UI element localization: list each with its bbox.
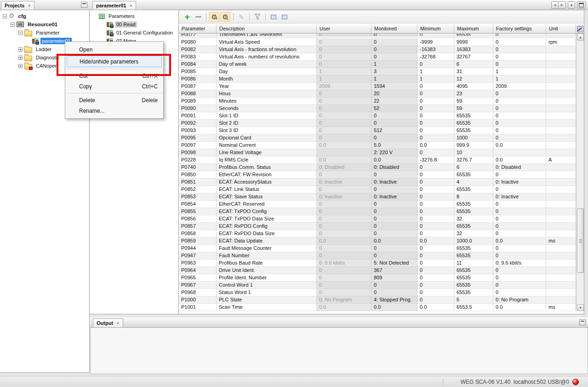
table-row[interactable]: P0088Hous0200230 [179, 90, 576, 98]
table-row[interactable]: P0092Slot 2 ID000655350 [179, 120, 576, 127]
tab-parameter01[interactable]: parameter01 ✕ [92, 1, 136, 10]
cell-monitored[interactable]: 367 [371, 267, 417, 274]
column-header-parameter[interactable]: Parameter [179, 24, 217, 33]
cell-monitored[interactable]: 0 [371, 252, 417, 260]
cell-monitored[interactable]: 4: Stopped Prog. [371, 296, 417, 304]
close-icon[interactable]: ✕ [129, 4, 132, 8]
cell-monitored[interactable]: 0 [371, 39, 417, 46]
table-row[interactable]: P0858ECAT: RxPDO Data Size000320 [179, 230, 576, 237]
table-row[interactable]: P0947Fault Number000655350 [179, 252, 576, 260]
table-row[interactable]: P0857ECAT: RxPDO Config000655350 [179, 223, 576, 230]
cell-user[interactable]: 0.0 [317, 156, 371, 164]
table-row[interactable]: P0850EtherCAT: FW Revision000655350 [179, 171, 576, 179]
table-row[interactable]: P0855ECAT: TxPDO Config000655350 [179, 208, 576, 215]
cell-user[interactable]: 0: Inactive [317, 179, 371, 186]
cell-monitored[interactable]: 0 [371, 53, 417, 61]
menu-item-rename[interactable]: Rename... [65, 105, 163, 116]
cell-user[interactable]: 0 [317, 39, 371, 46]
expander-minus-icon[interactable]: − [11, 23, 15, 27]
tree-item-parameter[interactable]: −Parameter [0, 29, 89, 37]
table-row[interactable]: P0964Drive Unit Ident.03670655350 [179, 267, 576, 274]
cell-monitored[interactable]: 0 [371, 120, 417, 127]
close-icon[interactable]: ✕ [116, 321, 120, 325]
cell-user[interactable]: 0: 9.6 kbit/s [317, 260, 371, 267]
cell-monitored[interactable]: 0 [371, 171, 417, 179]
table-row[interactable]: P1000PLC State0: No Program4: Stopped Pr… [179, 296, 576, 304]
cell-monitored[interactable]: 52 [371, 105, 417, 112]
cell-user[interactable]: 0 [317, 120, 371, 127]
menu-item-delete[interactable]: DeleteDelete [65, 95, 163, 105]
cell-monitored[interactable]: 5.0 [371, 142, 417, 149]
column-header-unit[interactable]: Unit [546, 24, 576, 33]
table-row[interactable]: P0095Opcional Card00010000 [179, 134, 576, 142]
cell-monitored[interactable]: 1 [371, 75, 417, 83]
menu-item-open[interactable]: Open [65, 44, 163, 55]
cell-user[interactable]: 0 [317, 245, 371, 252]
cell-monitored[interactable]: 0.0 [371, 156, 417, 164]
customize-columns-button[interactable] [576, 24, 584, 34]
filter-parameters-button[interactable] [252, 12, 263, 22]
cell-monitored[interactable]: 0 [371, 223, 417, 230]
column-header-monitored[interactable]: Monitored [371, 24, 417, 33]
close-icon[interactable]: ✕ [28, 4, 31, 8]
cell-user[interactable]: 0 [317, 230, 371, 237]
expander-minus-icon[interactable]: − [3, 14, 7, 18]
table-row[interactable]: P0098Line Rated Voltage2: 220 V010 [179, 149, 576, 156]
nav-forward-button[interactable]: ▶ [559, 1, 566, 9]
cell-monitored[interactable]: 0 [371, 112, 417, 120]
cell-user[interactable]: 0: Disabled [317, 164, 371, 171]
scrollbar-thumb[interactable] [577, 208, 584, 273]
cell-user[interactable]: 0.0 [317, 304, 371, 311]
cell-user[interactable]: 0 [317, 134, 371, 142]
column-header-minimum[interactable]: Minimum [417, 24, 454, 33]
tab-projects[interactable]: Projects ✕ [1, 1, 34, 10]
table-row[interactable]: P0963Profibus Baud Rate0: 9.6 kbit/s5: N… [179, 260, 576, 267]
table-row[interactable]: P0089Minutes0220590 [179, 98, 576, 105]
cell-user[interactable]: 0 [317, 46, 371, 53]
cell-user[interactable]: 0 [317, 215, 371, 223]
maximize-button[interactable] [577, 1, 586, 9]
cell-user[interactable]: 0 [317, 105, 371, 112]
cell-monitored[interactable]: 0 [371, 230, 417, 237]
cell-user[interactable]: 1 [317, 68, 371, 75]
scroll-down-button[interactable]: ▼ [577, 304, 584, 311]
cell-user[interactable]: 0: No Program [317, 296, 371, 304]
table-row[interactable]: P0965Profile Ident. Number08090655350 [179, 274, 576, 282]
table-row[interactable]: P0944Fault Message Counter000655350 [179, 245, 576, 252]
cell-monitored[interactable]: 512 [371, 127, 417, 134]
cell-monitored[interactable]: 0: Inactive [371, 179, 417, 186]
read-parameters-device-button[interactable]: ⚙▼ [209, 12, 219, 22]
cell-user[interactable]: 0 [317, 53, 371, 61]
table-row[interactable]: P0072Transmitted CAN Telegrams000655350 [179, 34, 576, 39]
cell-user[interactable]: 0 [317, 112, 371, 120]
column-header-factory-settings[interactable]: Factory settings [493, 24, 546, 33]
projects-minimize-button[interactable] [81, 2, 87, 8]
cell-monitored[interactable]: 0 [371, 186, 417, 193]
table-row[interactable]: P0086Month111121 [179, 75, 576, 83]
tab-output[interactable]: Output ✕ [93, 318, 123, 327]
table-row[interactable]: P0083Virtual Axis - numbers of revolutio… [179, 53, 576, 61]
table-row[interactable]: P0854EtherCAT: Reserved000655350 [179, 201, 576, 208]
table-row[interactable]: P0853ECAT: Slave Status0: Inactive0: Ina… [179, 193, 576, 201]
column-header-description[interactable]: Description [217, 24, 317, 33]
cell-user[interactable]: 1 [317, 75, 371, 83]
cell-user[interactable]: 0 [317, 90, 371, 98]
expander-plus-icon[interactable]: + [18, 47, 23, 52]
cell-user[interactable]: 0 [317, 274, 371, 282]
tree-item-parameters[interactable]: Parameters [90, 12, 178, 20]
table-row[interactable]: P0968Status Word 1000655350 [179, 289, 576, 296]
column-header-maximum[interactable]: Maximum [454, 24, 493, 33]
cell-monitored[interactable]: 809 [371, 274, 417, 282]
cell-monitored[interactable]: 0 [371, 289, 417, 296]
cell-user[interactable]: 0 [317, 201, 371, 208]
table-row[interactable]: P0080Virtual Axis Speed00-999999990rpm [179, 39, 576, 46]
table-row[interactable]: P0859ECAT: Data Update0.00.00.01000.00.0… [179, 237, 576, 245]
cell-user[interactable] [317, 149, 371, 156]
expander-minus-icon[interactable]: − [18, 31, 23, 35]
cell-monitored[interactable]: 0 [371, 245, 417, 252]
table-row[interactable]: P0097Nominal Current0.05.00.0999.90.0 [179, 142, 576, 149]
import-table-button[interactable]: → [280, 12, 290, 22]
expander-plus-icon[interactable]: + [18, 56, 23, 60]
table-row[interactable]: P0085Day131311 [179, 68, 576, 75]
edit-parameter-button[interactable]: ✎ [236, 12, 246, 22]
